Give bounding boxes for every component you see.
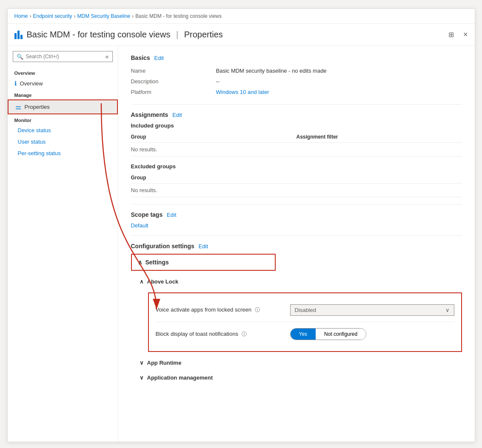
assignments-edit-link[interactable]: Edit xyxy=(172,112,182,118)
breadcrumb-home[interactable]: Home xyxy=(14,13,28,19)
page-title: Basic MDM - for testing console views | … xyxy=(27,30,442,40)
app-runtime-collapsible[interactable]: ∨ App Runtime xyxy=(140,356,462,369)
properties-icon: ⚌ xyxy=(15,103,21,111)
scope-tags-section: Scope tags Edit Default xyxy=(131,211,462,229)
basics-header: Basics Edit xyxy=(131,54,462,61)
field-platform: Platform Windows 10 and later xyxy=(131,87,462,97)
scope-tags-default: Default xyxy=(131,222,462,229)
chevron-down-icon-3: ∨ xyxy=(140,374,144,381)
toggle-not-configured-button[interactable]: Not configured xyxy=(316,329,366,340)
col-filter-label: Assignment filter xyxy=(297,134,462,140)
breadcrumb: Home › Endpoint security › MDM Security … xyxy=(8,9,475,24)
sidebar-section-manage: Manage xyxy=(8,89,118,99)
sidebar: 🔍 « Overview ℹ Overview Manage ⚌ Propert… xyxy=(8,46,118,442)
sidebar-item-overview[interactable]: ℹ Overview xyxy=(8,77,118,89)
sidebar-item-user-status[interactable]: User status xyxy=(8,136,118,147)
included-groups-label: Included groups xyxy=(131,122,462,129)
app-management-collapsible[interactable]: ∨ Application management xyxy=(140,371,462,384)
sidebar-item-properties[interactable]: ⚌ Properties xyxy=(8,99,118,114)
field-name: Name Basic MDM security baseline - no ed… xyxy=(131,65,462,76)
basics-edit-link[interactable]: Edit xyxy=(154,55,164,61)
excluded-groups-empty: No results. xyxy=(131,184,462,197)
assignments-section: Assignments Edit xyxy=(131,111,462,118)
settings-collapsible[interactable]: ∧ Settings xyxy=(131,254,276,271)
app-runtime-label: App Runtime xyxy=(147,360,182,366)
block-info-icon[interactable]: ⓘ xyxy=(242,331,247,337)
included-groups-empty: No results. xyxy=(131,143,462,156)
voice-setting-dropdown[interactable]: Disabled ∨ xyxy=(290,304,454,316)
field-platform-value: Windows 10 and later xyxy=(216,89,269,95)
platform-link[interactable]: Windows 10 and later xyxy=(216,89,269,95)
device-status-link[interactable]: Device status xyxy=(18,127,51,133)
above-lock-label: Above Lock xyxy=(147,278,179,285)
divider-1 xyxy=(131,104,462,105)
field-name-label: Name xyxy=(131,68,216,74)
sidebar-item-device-status[interactable]: Device status xyxy=(8,125,118,136)
app-management-label: Application management xyxy=(147,374,213,381)
config-settings-header: Configuration settings Edit xyxy=(131,243,462,250)
scope-tags-edit-link[interactable]: Edit xyxy=(167,212,176,218)
user-status-link[interactable]: User status xyxy=(18,139,46,145)
chevron-down-icon: ∨ xyxy=(445,307,450,313)
block-setting-label: Block display of toast notifications ⓘ xyxy=(156,331,283,338)
settings-detail-box: Voice activate apps from locked screen ⓘ… xyxy=(148,292,462,352)
sidebar-section-monitor: Monitor xyxy=(8,114,118,125)
voice-setting-label: Voice activate apps from locked screen ⓘ xyxy=(156,306,283,314)
sidebar-item-properties-label: Properties xyxy=(25,104,50,110)
chevron-down-icon-2: ∨ xyxy=(140,360,144,366)
voice-info-icon[interactable]: ⓘ xyxy=(255,307,260,313)
divider-2 xyxy=(131,204,462,204)
collapse-sidebar-button[interactable]: « xyxy=(106,53,109,60)
pin-button[interactable]: ⊞ xyxy=(447,29,456,40)
voice-setting-value: Disabled xyxy=(295,307,317,313)
included-groups-section: Included groups Group Assignment filter … xyxy=(131,122,462,156)
excluded-groups-table-header: Group xyxy=(131,172,462,184)
sidebar-item-overview-label: Overview xyxy=(20,80,43,87)
main-window: Home › Endpoint security › MDM Security … xyxy=(7,9,475,442)
sidebar-item-per-setting-status[interactable]: Per-setting status xyxy=(8,147,118,159)
divider-setting-1 xyxy=(156,322,454,322)
block-setting-row: Block display of toast notifications ⓘ Y… xyxy=(156,324,454,344)
settings-label: Settings xyxy=(145,259,169,266)
sidebar-section-overview: Overview xyxy=(8,67,118,77)
info-icon: ℹ xyxy=(14,80,17,87)
config-settings-edit-link[interactable]: Edit xyxy=(199,243,208,250)
search-input[interactable] xyxy=(26,54,103,60)
divider-3 xyxy=(131,235,462,236)
close-button[interactable]: × xyxy=(463,30,468,39)
voice-setting-row: Voice activate apps from locked screen ⓘ… xyxy=(156,300,454,320)
assignments-header: Assignments Edit xyxy=(131,111,462,118)
excluded-groups-label: Excluded groups xyxy=(131,163,462,170)
excluded-col-group-label: Group xyxy=(131,175,462,181)
basics-section: Basics Edit Name Basic MDM security base… xyxy=(131,54,462,97)
breadcrumb-mdm-baseline[interactable]: MDM Security Baseline xyxy=(77,13,131,19)
app-logo xyxy=(14,31,23,39)
field-description-value: -- xyxy=(216,78,220,85)
field-description-label: Description xyxy=(131,78,216,85)
page-header: Basic MDM - for testing console views | … xyxy=(8,24,475,46)
excluded-groups-section: Excluded groups Group No results. xyxy=(131,163,462,197)
above-lock-collapsible[interactable]: ∧ Above Lock xyxy=(140,275,462,288)
col-group-label: Group xyxy=(131,134,297,140)
config-settings-section: Configuration settings Edit ∧ Settings ∧… xyxy=(131,243,462,384)
chevron-up-icon-2: ∧ xyxy=(140,278,144,285)
search-icon: 🔍 xyxy=(17,54,23,60)
chevron-up-icon: ∧ xyxy=(138,259,142,266)
scope-tags-header: Scope tags Edit xyxy=(131,211,462,218)
main-content: Basics Edit Name Basic MDM security base… xyxy=(118,46,475,442)
breadcrumb-current: Basic MDM - for testing console views xyxy=(135,13,222,19)
field-platform-label: Platform xyxy=(131,89,216,95)
included-groups-table-header: Group Assignment filter xyxy=(131,131,462,143)
field-name-value: Basic MDM security baseline - no edits m… xyxy=(216,68,327,74)
page-body: 🔍 « Overview ℹ Overview Manage ⚌ Propert… xyxy=(8,46,475,442)
block-setting-toggle: Yes Not configured xyxy=(290,328,367,340)
breadcrumb-endpoint-security[interactable]: Endpoint security xyxy=(33,13,72,19)
toggle-yes-button[interactable]: Yes xyxy=(291,329,316,340)
field-description: Description -- xyxy=(131,76,462,87)
per-setting-status-link[interactable]: Per-setting status xyxy=(18,150,61,156)
